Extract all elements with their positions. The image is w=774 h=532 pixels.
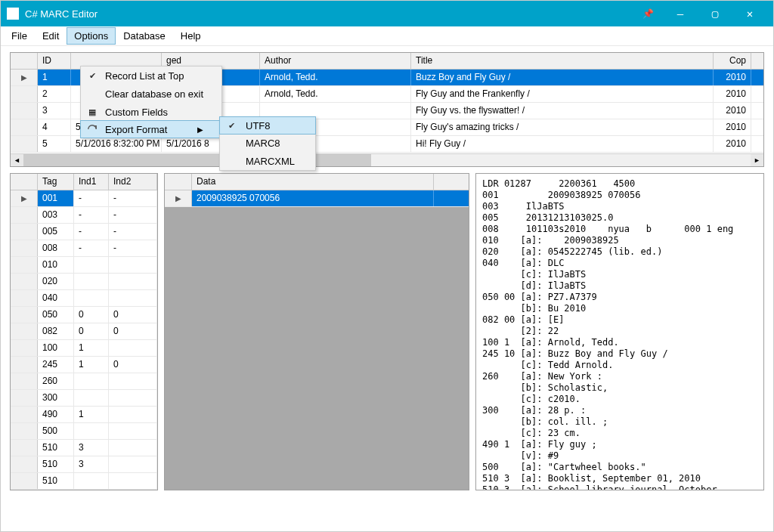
tags-grid[interactable]: Tag Ind1 Ind2 ▶001--003--005--008--01002… — [10, 173, 158, 490]
raw-marc-text[interactable]: LDR 01287 2200361 4500 001 2009038925 07… — [476, 174, 763, 490]
check-icon: ✔ — [89, 71, 96, 81]
tag-row[interactable]: 1001 — [11, 340, 157, 357]
menu-file[interactable]: File — [4, 27, 35, 45]
tag-row[interactable]: 020 — [11, 274, 157, 290]
tag-row[interactable]: 260 — [11, 373, 157, 390]
pin-icon[interactable]: 📌 — [642, 8, 654, 19]
menu-help[interactable]: Help — [173, 27, 209, 45]
tag-row[interactable]: 005-- — [11, 224, 157, 240]
col-ind2[interactable]: Ind2 — [109, 174, 157, 190]
submenu-arrow-icon: ▶ — [197, 125, 203, 134]
menu-database[interactable]: Database — [116, 27, 173, 45]
check-icon: ✔ — [228, 121, 235, 131]
tag-row[interactable]: 510 — [11, 473, 157, 490]
export-marcxml[interactable]: MARCXML — [220, 152, 315, 170]
data-grid[interactable]: Data ▶ 2009038925 070056 — [164, 173, 469, 490]
menu-clear-db[interactable]: Clear database on exit — [81, 85, 221, 103]
row-pointer-icon: ▶ — [21, 73, 27, 82]
col-tag[interactable]: Tag — [38, 174, 74, 190]
tag-row[interactable]: ▶001-- — [11, 190, 157, 207]
tag-row[interactable]: 003-- — [11, 207, 157, 224]
row-pointer-icon: ▶ — [21, 194, 27, 203]
scroll-left-icon[interactable]: ◄ — [11, 154, 23, 166]
tag-row[interactable]: 05000 — [11, 307, 157, 323]
col-ind1[interactable]: Ind1 — [74, 174, 109, 190]
menu-record-list-top[interactable]: ✔ Record List at Top — [81, 66, 221, 85]
col-author[interactable]: Author — [260, 53, 411, 69]
scroll-right-icon[interactable]: ► — [751, 154, 763, 166]
scroll-thumb[interactable] — [23, 154, 371, 166]
col-data[interactable]: Data — [192, 174, 434, 190]
data-row[interactable]: ▶ 2009038925 070056 — [165, 190, 469, 207]
app-icon — [7, 8, 19, 20]
col-title[interactable]: Title — [411, 53, 714, 69]
tag-row[interactable]: 010 — [11, 257, 157, 274]
maximize-button[interactable]: ▢ — [698, 1, 732, 26]
tag-row[interactable]: 5103 — [11, 456, 157, 473]
tag-row[interactable]: 300 — [11, 390, 157, 407]
close-button[interactable]: ✕ — [732, 1, 767, 26]
tag-row[interactable]: 24510 — [11, 357, 157, 373]
titlebar: C# MARC Editor 📌 — ▢ ✕ — [1, 1, 773, 26]
menu-custom-fields[interactable]: ▦ Custom Fields — [81, 103, 221, 121]
options-dropdown: ✔ Record List at Top Clear database on e… — [80, 66, 222, 138]
export-format-submenu: ✔ UTF8 MARC8 MARCXML — [219, 116, 316, 171]
tag-row[interactable]: 008-- — [11, 240, 157, 257]
app-window: C# MARC Editor 📌 — ▢ ✕ File Edit Options… — [0, 0, 774, 532]
record-row[interactable]: 55/1/2016 8:32:00 PM5/1/2016 8Hi! Fly Gu… — [11, 136, 763, 153]
tag-row[interactable]: 08200 — [11, 323, 157, 340]
fields-icon: ▦ — [88, 107, 96, 117]
export-utf8[interactable]: ✔ UTF8 — [219, 116, 316, 135]
horizontal-scrollbar[interactable]: ◄ ► — [11, 153, 763, 166]
window-title: C# MARC Editor — [25, 8, 642, 20]
menu-export-format[interactable]: Export Format ▶ — [80, 120, 222, 138]
tag-row[interactable]: 4901 — [11, 407, 157, 423]
menu-options[interactable]: Options — [67, 27, 116, 45]
minimize-button[interactable]: — — [663, 1, 698, 26]
export-icon — [87, 124, 98, 135]
menu-edit[interactable]: Edit — [35, 27, 67, 45]
export-marc8[interactable]: MARC8 — [220, 134, 315, 152]
raw-marc-panel: LDR 01287 2200361 4500 001 2009038925 07… — [475, 173, 764, 490]
row-pointer-icon: ▶ — [175, 194, 181, 203]
tag-row[interactable]: 500 — [11, 423, 157, 440]
tag-row[interactable]: 5103 — [11, 440, 157, 456]
col-cop[interactable]: Cop — [714, 53, 751, 69]
menubar: File Edit Options Database Help — [1, 26, 773, 46]
col-id[interactable]: ID — [38, 53, 71, 69]
tag-row[interactable]: 040 — [11, 290, 157, 307]
